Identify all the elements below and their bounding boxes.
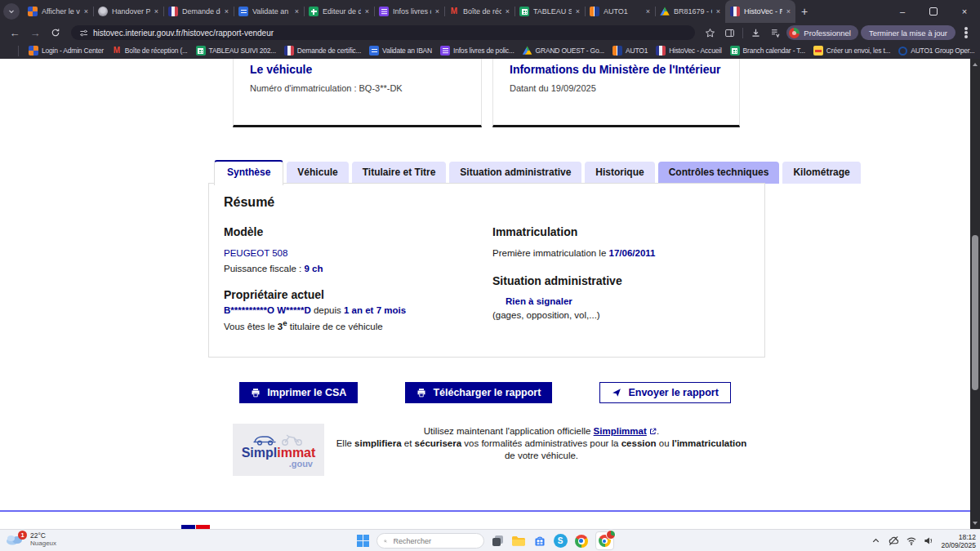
downloads-button[interactable] bbox=[747, 24, 764, 42]
tab-title: Demande de c bbox=[182, 7, 220, 16]
scrollbar-thumb[interactable] bbox=[972, 235, 978, 390]
scroll-down-icon[interactable] bbox=[973, 522, 978, 525]
report-tab[interactable]: Titulaire et Titre bbox=[352, 162, 447, 184]
browser-tab[interactable]: Afficher le véhi× bbox=[23, 0, 93, 23]
grid-logo-icon bbox=[29, 46, 38, 56]
taskbar-clock[interactable]: 18:12 20/09/2025 bbox=[941, 533, 976, 549]
close-button[interactable]: × bbox=[949, 0, 980, 23]
summary-right-column: Immatriculation Première immatriculation… bbox=[492, 226, 754, 322]
browser-tab[interactable]: Infos livres de p× bbox=[374, 0, 444, 23]
bookmark-item[interactable]: Infos livres de polic... bbox=[440, 46, 514, 56]
first-registration-label: Première immatriculation le bbox=[492, 248, 609, 258]
report-tab[interactable]: Situation administrative bbox=[449, 162, 581, 184]
simplimmat-link[interactable]: Simplimmat bbox=[594, 426, 647, 436]
browser-tab[interactable]: Validate an IBA× bbox=[234, 0, 304, 23]
tab-title: Boîte de récept bbox=[463, 7, 501, 16]
report-tab[interactable]: Véhicule bbox=[287, 162, 348, 184]
browser-tab[interactable]: Demande de c× bbox=[163, 0, 234, 23]
tab-close-icon[interactable]: × bbox=[716, 7, 720, 16]
reading-list-button[interactable] bbox=[767, 24, 784, 42]
tab-close-icon[interactable]: × bbox=[365, 7, 369, 16]
page-viewport: Le véhicule Numéro d'immatriculation : B… bbox=[0, 59, 970, 529]
taskbar-search[interactable] bbox=[376, 533, 484, 549]
maximize-button[interactable] bbox=[918, 0, 949, 23]
report-tab[interactable]: Historique bbox=[585, 162, 654, 184]
weather-widget[interactable]: 1 22°C Nuageux bbox=[5, 531, 56, 548]
wifi-icon[interactable] bbox=[906, 535, 917, 546]
tab-close-icon[interactable]: × bbox=[295, 7, 299, 16]
bookmark-item[interactable]: Login - Admin Center bbox=[29, 46, 104, 56]
browser-tab[interactable]: BR81679 - Goo× bbox=[655, 0, 725, 23]
report-tab[interactable]: Synthèse bbox=[214, 160, 283, 185]
minimize-button[interactable]: – bbox=[887, 0, 918, 23]
profile-chip[interactable]: Professionnel bbox=[786, 25, 858, 40]
tab-close-icon[interactable]: × bbox=[225, 7, 229, 16]
toolbar-divider bbox=[742, 28, 743, 38]
bookmark-item[interactable]: AUTO1 bbox=[612, 46, 648, 56]
browser-tab[interactable]: HistoVec - Rap× bbox=[725, 0, 795, 23]
flag-fr-icon bbox=[730, 7, 740, 16]
skype-button[interactable] bbox=[554, 534, 568, 548]
browser-tab[interactable]: TABLEAU SUIVI× bbox=[514, 0, 585, 23]
tab-close-icon[interactable]: × bbox=[84, 7, 88, 16]
back-button[interactable]: ← bbox=[6, 24, 24, 42]
tab-close-icon[interactable]: × bbox=[435, 7, 439, 16]
tab-close-icon[interactable]: × bbox=[646, 7, 650, 16]
report-tab[interactable]: Kilométrage bbox=[782, 162, 860, 184]
tab-close-icon[interactable]: × bbox=[576, 7, 580, 16]
address-bar[interactable]: histovec.interieur.gouv.fr/histovec/rapp… bbox=[71, 25, 695, 40]
tab-close-icon[interactable]: × bbox=[786, 7, 791, 16]
report-tab[interactable]: Contrôles techniques bbox=[658, 162, 780, 184]
bookmark-label: Validate an IBAN bbox=[382, 47, 432, 55]
reload-icon bbox=[51, 28, 60, 38]
vehicle-card: Le véhicule Numéro d'immatriculation : B… bbox=[233, 59, 482, 127]
bookmark-item[interactable]: AUTO1 Group Oper... bbox=[898, 47, 974, 56]
bookmark-item[interactable]: Demande de certific... bbox=[284, 46, 361, 56]
bookmark-item[interactable]: TABLEAU SUIVI 202... bbox=[196, 46, 276, 56]
bookmark-item[interactable]: HistoVec - Accueil bbox=[656, 46, 721, 56]
browser-tab[interactable]: Handover Proto× bbox=[93, 0, 163, 23]
chrome-button[interactable] bbox=[575, 535, 588, 548]
bookmark-label: Créer un envoi, les t... bbox=[826, 47, 890, 55]
download-report-button[interactable]: Télécharger le rapport bbox=[405, 382, 552, 403]
bookmark-item[interactable]: Branch calendar - T... bbox=[730, 46, 805, 56]
file-explorer-button[interactable] bbox=[511, 535, 526, 547]
tray-expand-button[interactable] bbox=[871, 535, 881, 546]
notification-badge: 1 bbox=[18, 531, 27, 540]
menu-kebab-icon[interactable] bbox=[964, 31, 968, 34]
browser-tab[interactable]: AUTO1× bbox=[585, 0, 655, 23]
scrollbar-track[interactable] bbox=[970, 59, 980, 529]
bookmark-star-button[interactable] bbox=[702, 24, 719, 42]
report-tabs: SynthèseVéhiculeTitulaire et TitreSituat… bbox=[214, 160, 861, 184]
forward-button[interactable]: → bbox=[26, 24, 44, 42]
tab-title: Validate an IBA bbox=[252, 7, 291, 16]
browser-tab[interactable]: Boîte de récept× bbox=[444, 0, 514, 23]
new-tab-button[interactable]: + bbox=[795, 2, 813, 20]
browser-tab[interactable]: Editeur de doc× bbox=[304, 0, 374, 23]
bookmark-label: AUTO1 bbox=[626, 47, 648, 55]
task-view-button[interactable] bbox=[492, 535, 504, 547]
chrome-profile-button[interactable] bbox=[595, 531, 614, 550]
store-button[interactable] bbox=[533, 535, 546, 548]
start-button[interactable] bbox=[357, 535, 369, 547]
owner-line: B**********O W*****D depuis 1 an et 7 mo… bbox=[224, 304, 473, 317]
bookmark-item[interactable]: Créer un envoi, les t... bbox=[813, 46, 890, 56]
volume-icon[interactable] bbox=[924, 535, 934, 546]
reload-button[interactable] bbox=[47, 24, 65, 42]
tab-search-button[interactable] bbox=[3, 3, 20, 20]
onedrive-paused-icon[interactable] bbox=[888, 535, 899, 546]
bookmark-item[interactable]: GRAND OUEST - Go... bbox=[523, 46, 604, 56]
bookmark-item[interactable]: Validate an IBAN bbox=[369, 46, 432, 56]
finish-update-button[interactable]: Terminer la mise à jour bbox=[861, 25, 956, 40]
send-report-label: Envoyer le rapport bbox=[628, 387, 718, 398]
post-icon bbox=[813, 46, 823, 56]
bookmark-item[interactable]: Boîte de réception (... bbox=[112, 46, 188, 56]
side-panel-button[interactable] bbox=[721, 24, 738, 42]
tab-close-icon[interactable]: × bbox=[506, 7, 510, 16]
print-csa-button[interactable]: Imprimer le CSA bbox=[239, 382, 358, 403]
scroll-up-icon[interactable] bbox=[973, 63, 978, 66]
search-input[interactable] bbox=[392, 536, 477, 546]
send-report-button[interactable]: Envoyer le rapport bbox=[599, 382, 730, 403]
wordmark-part2: immat bbox=[277, 446, 315, 460]
tab-close-icon[interactable]: × bbox=[154, 7, 158, 16]
